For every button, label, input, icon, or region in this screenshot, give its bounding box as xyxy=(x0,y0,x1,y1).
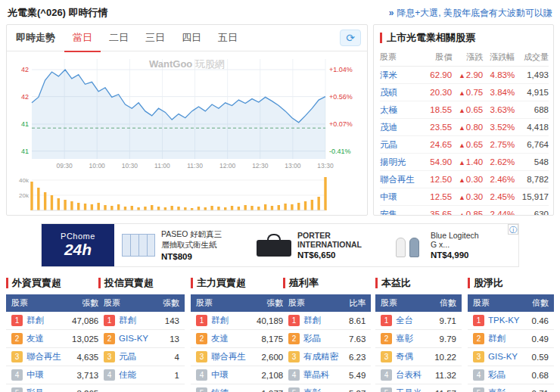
rank-badge: 3 xyxy=(473,351,484,362)
ranking-title: 股淨比 xyxy=(468,276,554,290)
rank-badge: 4 xyxy=(104,369,115,381)
stock-change: ▲0.85 xyxy=(452,206,483,216)
ranking-row: 2GIS-KY13 xyxy=(98,330,185,348)
column-header: 股票 xyxy=(191,294,251,312)
ranking-header-row: 股票比率 xyxy=(283,294,371,312)
column-header: 股票 xyxy=(468,294,526,312)
rank-badge: 1 xyxy=(196,315,207,326)
ranking-title-text: 股淨比 xyxy=(474,276,503,290)
promo-link[interactable]: »降息+大選, 美股年底會有大波動可以賺 xyxy=(389,7,552,20)
stock-link[interactable]: 佳能 xyxy=(119,370,136,379)
stock-link[interactable]: 群創 xyxy=(119,316,136,325)
ranking-header-row: 股票張數 xyxy=(98,294,185,312)
ad-product-tissue[interactable]: PASEO 好韌真三 層抽取式衛生紙 NT$809 xyxy=(114,229,249,261)
stock-link[interactable]: 澤米 xyxy=(380,70,397,79)
ranking-title: 投信買賣超 xyxy=(98,276,185,290)
ranking-外資買賣超: 外資買賣超股票張數1群創47,0862友達13,0253聯合再生4,6354中環… xyxy=(6,276,92,392)
rank-badge: 1 xyxy=(288,315,300,326)
stock-link[interactable]: 彩晶 xyxy=(488,370,506,379)
ranking-title-text: 投信買賣超 xyxy=(104,276,154,290)
stock-link[interactable]: 聯合再生 xyxy=(26,352,61,361)
stock-link[interactable]: 揚明光 xyxy=(380,157,406,166)
ad-product-title: Blue Logitech xyxy=(431,231,479,240)
svg-text:+0.07%: +0.07% xyxy=(329,120,353,128)
rank-badge: 5 xyxy=(11,387,23,392)
stock-change: ▲2.90 xyxy=(452,67,483,84)
stock-link[interactable]: 群創 xyxy=(26,316,44,325)
stock-link[interactable]: TPK-KY xyxy=(488,316,520,325)
rank-badge: 5 xyxy=(196,387,207,392)
ad-product-price: NT$4,990 xyxy=(431,250,479,260)
ad-info-icon[interactable]: ⓘ xyxy=(508,224,518,235)
stock-link[interactable]: 中環 xyxy=(26,370,44,379)
stock-link[interactable]: 群創 xyxy=(211,316,229,325)
stock-link[interactable]: 錸德 xyxy=(211,388,229,392)
stock-link[interactable]: 友達 xyxy=(211,334,229,343)
up-arrow-icon: ▲ xyxy=(459,194,465,201)
chart-tabs: 當日二日三日四日五日 xyxy=(64,24,246,52)
stock-link[interactable]: 茂迪 xyxy=(380,123,397,132)
stock-link[interactable]: 台表科 xyxy=(396,370,422,379)
stock-link[interactable]: 有成精密 xyxy=(303,352,338,361)
stock-link[interactable]: 華晶科 xyxy=(303,370,330,379)
ranking-table: 股票張數1群創1432GIS-KY133元晶44佳能1 xyxy=(98,294,185,384)
column-header: 漲跌幅 xyxy=(483,50,515,67)
stock-link[interactable]: 中環 xyxy=(211,370,229,379)
chart-area: WantGoo 玩股網 09:3010:0010:3011:0011:3012:… xyxy=(7,51,367,217)
rank-badge: 2 xyxy=(473,333,484,344)
stock-link[interactable]: 彩晶 xyxy=(303,334,321,343)
ranking-value: 9.71 xyxy=(428,312,462,330)
stock-link[interactable]: 嘉彰 xyxy=(488,388,506,392)
tab-當日[interactable]: 當日 xyxy=(64,24,101,52)
refresh-button[interactable]: ⟳ xyxy=(340,30,361,46)
ad-product-bag[interactable]: PORTER INTERNATIONAL NT$6,650 xyxy=(249,231,384,260)
stock-row: 元晶24.65▲0.652.75%6,764 xyxy=(380,136,549,154)
red-accent-bar xyxy=(375,278,378,288)
stock-link[interactable]: 元晶 xyxy=(119,352,136,361)
ranking-title: 外資買賣超 xyxy=(6,276,92,290)
stock-link[interactable]: GIS-KY xyxy=(488,352,518,361)
tab-三日[interactable]: 三日 xyxy=(137,24,173,52)
stock-change: ▲0.30 xyxy=(452,188,483,206)
ad-banner[interactable]: PChome 24h PASEO 好韌真三 層抽取式衛生紙 NT$809 POR… xyxy=(41,223,519,267)
related-stocks-title-row: 上市光電業相關股票 xyxy=(374,25,553,50)
stock-volume: 548 xyxy=(515,154,549,171)
promo-link-text: 降息+大選, 美股年底會有大波動可以賺 xyxy=(397,8,552,18)
stock-link[interactable]: 群創 xyxy=(303,316,321,325)
svg-text:12:30: 12:30 xyxy=(252,162,269,170)
ad-product-microphone[interactable]: Blue Logitech G x... NT$4,990 xyxy=(384,231,518,260)
stock-change-pct: 2.44% xyxy=(483,206,515,216)
stock-change-pct: 2.46% xyxy=(483,171,515,188)
stock-link[interactable]: 嘉彰 xyxy=(303,388,321,392)
stock-link[interactable]: 奇偶 xyxy=(396,352,413,361)
tab-四日[interactable]: 四日 xyxy=(173,24,210,52)
stock-link[interactable]: 安集 xyxy=(380,210,397,216)
stock-link[interactable]: 中環 xyxy=(380,192,397,201)
stock-link[interactable]: 全台 xyxy=(396,316,413,325)
ranking-row: 2嘉彰9.79 xyxy=(375,330,462,348)
svg-text:+0.56%: +0.56% xyxy=(329,93,353,101)
tab-五日[interactable]: 五日 xyxy=(210,24,246,52)
stock-link[interactable]: 彩晶 xyxy=(26,388,44,392)
stock-link[interactable]: 聯合再生 xyxy=(380,175,415,184)
stock-change: ▲1.40 xyxy=(452,154,483,171)
stock-link[interactable]: 群創 xyxy=(488,334,506,343)
stock-link[interactable]: 玉晶光 xyxy=(396,388,422,392)
stock-change-pct: 4.83% xyxy=(483,67,515,84)
stock-price: 54.90 xyxy=(425,154,453,171)
stock-link[interactable]: GIS-KY xyxy=(119,334,148,343)
stock-link[interactable]: 友達 xyxy=(26,334,44,343)
rank-badge: 2 xyxy=(288,333,300,344)
ad-product-title2: 層抽取式衛生紙 xyxy=(161,240,222,250)
stock-link[interactable]: 元晶 xyxy=(380,140,397,149)
ad-brand-logo[interactable]: PChome 24h xyxy=(42,224,114,266)
stock-link[interactable]: 嘉彰 xyxy=(396,334,413,343)
stock-link[interactable]: 太極 xyxy=(380,105,397,114)
stock-link[interactable]: 茂碩 xyxy=(380,88,397,97)
ranking-row: 2友達8,175 xyxy=(191,330,288,348)
tab-二日[interactable]: 二日 xyxy=(101,24,137,52)
ranking-table: 股票倍數1TPK-KY0.462群創0.493GIS-KY0.594彩晶0.68… xyxy=(468,294,554,392)
ranking-row: 1群創47,086 xyxy=(6,312,104,330)
svg-text:09:30: 09:30 xyxy=(56,162,73,170)
stock-link[interactable]: 聯合再生 xyxy=(211,352,246,361)
